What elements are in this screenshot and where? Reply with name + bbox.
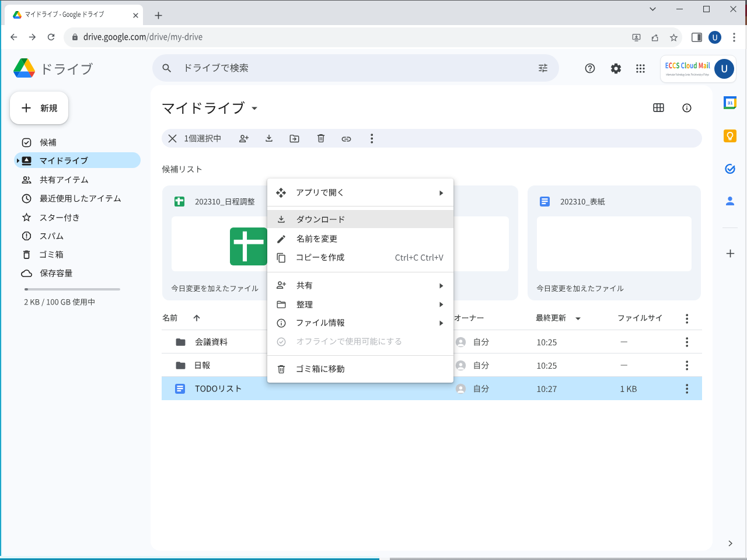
svg-text:31: 31	[728, 100, 733, 106]
